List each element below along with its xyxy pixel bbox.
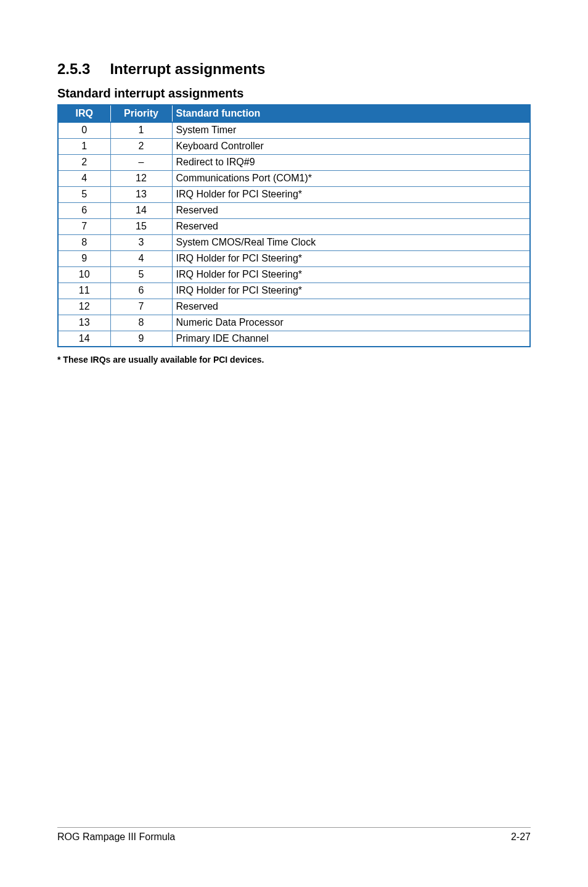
cell-function: Reserved bbox=[172, 202, 530, 218]
cell-irq: 10 bbox=[58, 266, 110, 283]
cell-priority: 15 bbox=[110, 218, 172, 234]
cell-irq: 13 bbox=[58, 315, 110, 331]
sub-heading: Standard interrupt assignments bbox=[57, 86, 531, 101]
cell-irq: 6 bbox=[58, 202, 110, 218]
cell-irq: 7 bbox=[58, 218, 110, 234]
table-row: 2–Redirect to IRQ#9 bbox=[58, 154, 530, 170]
irq-table: IRQ Priority Standard function 01System … bbox=[57, 104, 531, 347]
section-number: 2.5.3 bbox=[57, 60, 90, 78]
cell-priority: – bbox=[110, 154, 172, 170]
footer-right: 2-27 bbox=[511, 831, 531, 843]
cell-irq: 11 bbox=[58, 283, 110, 299]
cell-priority: 3 bbox=[110, 234, 172, 250]
cell-irq: 2 bbox=[58, 154, 110, 170]
cell-irq: 8 bbox=[58, 234, 110, 250]
cell-irq: 9 bbox=[58, 250, 110, 266]
cell-priority: 12 bbox=[110, 170, 172, 186]
cell-irq: 14 bbox=[58, 331, 110, 347]
section-title: Interrupt assignments bbox=[110, 60, 265, 77]
table-row: 01System Timer bbox=[58, 122, 530, 138]
page-footer: ROG Rampage III Formula 2-27 bbox=[57, 827, 531, 843]
table-header-row: IRQ Priority Standard function bbox=[58, 105, 530, 122]
cell-irq: 0 bbox=[58, 122, 110, 138]
header-priority: Priority bbox=[110, 105, 172, 122]
cell-function: Numeric Data Processor bbox=[172, 315, 530, 331]
table-row: 127Reserved bbox=[58, 299, 530, 315]
cell-priority: 6 bbox=[110, 283, 172, 299]
cell-function: Keyboard Controller bbox=[172, 138, 530, 154]
header-irq: IRQ bbox=[58, 105, 110, 122]
table-row: 94IRQ Holder for PCI Steering* bbox=[58, 250, 530, 266]
cell-function: IRQ Holder for PCI Steering* bbox=[172, 250, 530, 266]
table-row: 138Numeric Data Processor bbox=[58, 315, 530, 331]
cell-priority: 14 bbox=[110, 202, 172, 218]
cell-function: Reserved bbox=[172, 299, 530, 315]
cell-irq: 4 bbox=[58, 170, 110, 186]
cell-priority: 7 bbox=[110, 299, 172, 315]
table-row: 149Primary IDE Channel bbox=[58, 331, 530, 347]
cell-function: IRQ Holder for PCI Steering* bbox=[172, 266, 530, 283]
footer-left: ROG Rampage III Formula bbox=[57, 831, 175, 843]
cell-function: IRQ Holder for PCI Steering* bbox=[172, 283, 530, 299]
table-row: 614Reserved bbox=[58, 202, 530, 218]
cell-function: IRQ Holder for PCI Steering* bbox=[172, 186, 530, 202]
cell-irq: 12 bbox=[58, 299, 110, 315]
cell-priority: 13 bbox=[110, 186, 172, 202]
cell-irq: 5 bbox=[58, 186, 110, 202]
table-row: 513IRQ Holder for PCI Steering* bbox=[58, 186, 530, 202]
section-heading: 2.5.3Interrupt assignments bbox=[57, 60, 531, 78]
cell-priority: 4 bbox=[110, 250, 172, 266]
header-function: Standard function bbox=[172, 105, 530, 122]
cell-irq: 1 bbox=[58, 138, 110, 154]
cell-function: System CMOS/Real Time Clock bbox=[172, 234, 530, 250]
cell-function: System Timer bbox=[172, 122, 530, 138]
cell-function: Reserved bbox=[172, 218, 530, 234]
cell-priority: 8 bbox=[110, 315, 172, 331]
table-row: 12Keyboard Controller bbox=[58, 138, 530, 154]
table-row: 83System CMOS/Real Time Clock bbox=[58, 234, 530, 250]
table-row: 116IRQ Holder for PCI Steering* bbox=[58, 283, 530, 299]
cell-priority: 5 bbox=[110, 266, 172, 283]
table-row: 105IRQ Holder for PCI Steering* bbox=[58, 266, 530, 283]
cell-function: Communications Port (COM1)* bbox=[172, 170, 530, 186]
table-row: 715Reserved bbox=[58, 218, 530, 234]
cell-function: Redirect to IRQ#9 bbox=[172, 154, 530, 170]
table-row: 412Communications Port (COM1)* bbox=[58, 170, 530, 186]
footnote: * These IRQs are usually available for P… bbox=[57, 355, 531, 365]
cell-priority: 9 bbox=[110, 331, 172, 347]
cell-priority: 1 bbox=[110, 122, 172, 138]
cell-priority: 2 bbox=[110, 138, 172, 154]
cell-function: Primary IDE Channel bbox=[172, 331, 530, 347]
